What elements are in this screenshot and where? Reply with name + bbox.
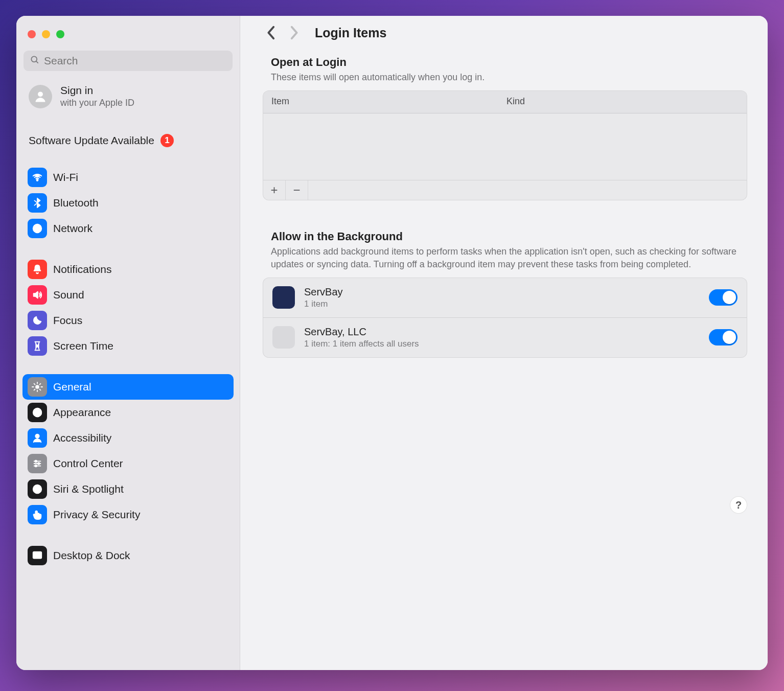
sidebar-item-label: Notifications <box>53 263 111 275</box>
svg-point-9 <box>38 463 40 465</box>
avatar <box>29 85 52 108</box>
svg-point-2 <box>38 91 43 97</box>
svg-point-3 <box>37 179 38 181</box>
nav-forward-button[interactable] <box>285 24 303 41</box>
sidebar-item-notifications[interactable]: Notifications <box>22 257 234 282</box>
sidebar-item-label: Bluetooth <box>53 197 99 209</box>
app-icon <box>272 326 295 349</box>
circle-half-icon <box>28 403 47 422</box>
speaker-icon <box>28 285 47 305</box>
col-item: Item <box>271 96 506 107</box>
person-icon <box>28 428 47 448</box>
gear-icon <box>28 377 47 397</box>
svg-point-10 <box>35 465 37 467</box>
svg-point-5 <box>36 385 39 388</box>
sidebar-item-label: Focus <box>53 314 82 327</box>
content-pane: Login Items Open at Login These items wi… <box>240 16 768 670</box>
table-header: Item Kind <box>263 91 747 113</box>
background-row: ServBay 1 item <box>263 278 747 318</box>
sidebar: Sign in with your Apple ID Software Upda… <box>16 16 240 670</box>
moon-icon <box>28 311 47 330</box>
update-badge: 1 <box>160 134 174 147</box>
sidebar-item-wi-fi[interactable]: Wi-Fi <box>22 165 234 190</box>
open-login-table: Item Kind + − <box>263 90 747 200</box>
sidebar-item-privacy-security[interactable]: Privacy & Security <box>22 502 234 527</box>
app-subtitle: 1 item: 1 item affects all users <box>304 339 709 349</box>
search-icon <box>30 55 40 67</box>
sidebar-item-label: Screen Time <box>53 340 113 352</box>
hourglass-icon <box>28 336 47 356</box>
siri-icon <box>28 479 47 499</box>
software-update-row[interactable]: Software Update Available 1 <box>22 113 234 149</box>
sidebar-item-label: Appearance <box>53 406 111 419</box>
bluetooth-icon <box>28 193 47 213</box>
sidebar-item-label: Sound <box>53 289 84 301</box>
globe-icon <box>28 219 47 238</box>
svg-point-0 <box>31 56 37 62</box>
sidebar-item-focus[interactable]: Focus <box>22 308 234 333</box>
hand-icon <box>28 505 47 524</box>
page-title: Login Items <box>315 26 386 40</box>
sidebar-item-label: Accessibility <box>53 432 111 444</box>
zoom-window-button[interactable] <box>56 30 64 38</box>
software-update-label: Software Update Available <box>29 134 154 147</box>
sidebar-item-screen-time[interactable]: Screen Time <box>22 333 234 359</box>
table-footer: + − <box>263 180 747 200</box>
search-field[interactable] <box>24 51 233 71</box>
content-header: Login Items <box>263 24 747 41</box>
sidebar-item-siri-spotlight[interactable]: Siri & Spotlight <box>22 476 234 502</box>
sidebar-item-accessibility[interactable]: Accessibility <box>22 425 234 451</box>
open-login-title: Open at Login <box>263 56 747 71</box>
svg-rect-13 <box>35 557 40 558</box>
sidebar-item-label: Siri & Spotlight <box>53 483 124 495</box>
sidebar-item-label: Network <box>53 222 93 235</box>
open-login-desc: These items will open automatically when… <box>263 71 747 90</box>
svg-point-8 <box>35 460 37 463</box>
sidebar-item-bluetooth[interactable]: Bluetooth <box>22 190 234 216</box>
app-subtitle: 1 item <box>304 299 709 309</box>
settings-window: Sign in with your Apple ID Software Upda… <box>16 16 768 670</box>
bell-icon <box>28 260 47 279</box>
svg-line-1 <box>36 61 38 63</box>
search-input[interactable] <box>44 55 226 67</box>
background-toggle[interactable] <box>709 329 737 346</box>
background-desc: Applications add background items to per… <box>263 245 747 278</box>
sign-in-text: Sign in with your Apple ID <box>60 84 134 108</box>
close-window-button[interactable] <box>28 30 36 38</box>
minimize-window-button[interactable] <box>42 30 50 38</box>
window-controls <box>22 27 234 38</box>
sidebar-item-control-center[interactable]: Control Center <box>22 451 234 476</box>
app-name: ServBay <box>304 286 709 298</box>
app-icon <box>272 286 295 309</box>
remove-login-item-button[interactable]: − <box>286 180 308 200</box>
sidebar-item-sound[interactable]: Sound <box>22 282 234 308</box>
add-login-item-button[interactable]: + <box>263 180 286 200</box>
background-row: ServBay, LLC 1 item: 1 item affects all … <box>263 318 747 357</box>
table-body-empty <box>263 113 747 180</box>
sidebar-item-appearance[interactable]: Appearance <box>22 400 234 425</box>
wifi-icon <box>28 168 47 187</box>
sign-in-row[interactable]: Sign in with your Apple ID <box>22 71 234 113</box>
sidebar-item-label: General <box>53 381 91 393</box>
app-name: ServBay, LLC <box>304 326 709 338</box>
sign-in-title: Sign in <box>60 84 134 97</box>
col-kind: Kind <box>506 96 525 107</box>
background-title: Allow in the Background <box>263 230 747 245</box>
sidebar-item-general[interactable]: General <box>22 374 234 400</box>
sign-in-subtitle: with your Apple ID <box>60 98 134 108</box>
sidebar-item-label: Privacy & Security <box>53 509 140 521</box>
sidebar-item-network[interactable]: Network <box>22 216 234 241</box>
sidebar-item-desktop-dock[interactable]: Desktop & Dock <box>22 543 234 568</box>
sidebar-item-label: Control Center <box>53 457 123 470</box>
background-list: ServBay 1 item ServBay, LLC 1 item: 1 it… <box>263 278 747 358</box>
sliders-icon <box>28 454 47 473</box>
sidebar-item-label: Wi-Fi <box>53 171 78 183</box>
dock-icon <box>28 546 47 565</box>
help-button[interactable]: ? <box>730 496 747 514</box>
sidebar-item-label: Desktop & Dock <box>53 549 130 562</box>
background-toggle[interactable] <box>709 289 737 306</box>
svg-point-7 <box>35 434 39 438</box>
nav-back-button[interactable] <box>263 24 280 41</box>
